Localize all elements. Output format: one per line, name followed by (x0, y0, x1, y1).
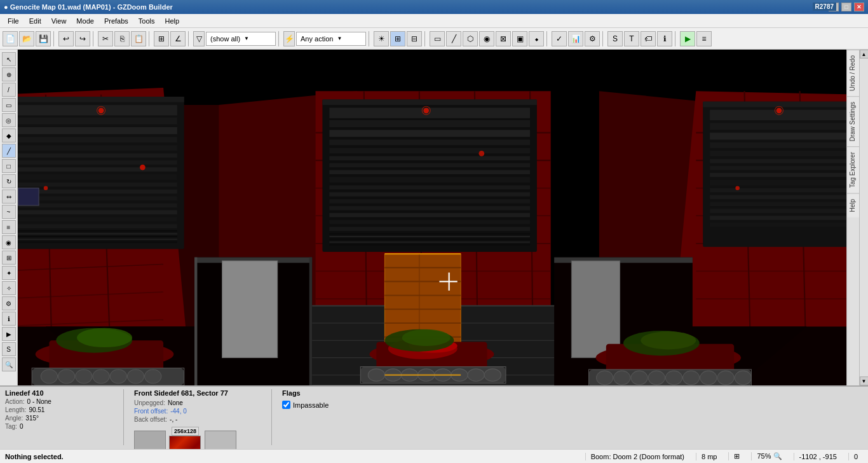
line-button[interactable]: ╱ (446, 31, 461, 46)
tool-find[interactable]: 🔍 (2, 357, 16, 371)
menu-tools[interactable]: Tools (133, 16, 160, 26)
menu-file[interactable]: File (3, 16, 24, 26)
action-arrow: ▼ (337, 36, 342, 41)
svg-point-184 (717, 371, 734, 385)
tag-value: 0 (20, 423, 24, 430)
check-button[interactable]: ✓ (552, 31, 567, 46)
tab-draw-settings[interactable]: Draw Settings (847, 96, 859, 146)
tool-curve[interactable]: ~ (2, 205, 16, 219)
tab-help[interactable]: Help (847, 193, 859, 218)
tool-pointer[interactable]: ↖ (2, 52, 16, 66)
tool-draw-rect[interactable]: ▭ (2, 98, 16, 112)
new-button[interactable]: 📄 (3, 31, 18, 46)
light-button[interactable]: ☀ (374, 31, 389, 46)
tool-script[interactable]: S (2, 342, 16, 356)
linedef-action-row: Action: 0 - None (5, 398, 113, 405)
unpeg-label: Unpegged: (134, 399, 165, 406)
svg-rect-127 (222, 261, 278, 357)
tool-gear[interactable]: ⚙ (2, 296, 16, 310)
tool-sector[interactable]: □ (2, 159, 16, 173)
action-dropdown[interactable]: Any action ▼ (296, 32, 366, 46)
tool-play[interactable]: ▶ (2, 327, 16, 341)
tool-vertex[interactable]: ◆ (2, 128, 16, 142)
prop-button[interactable]: ⚙ (585, 31, 600, 46)
sectors-button[interactable]: ▣ (512, 31, 527, 46)
tool-place-thing[interactable]: ◎ (2, 113, 16, 127)
snap-angle-button[interactable]: ∠ (170, 31, 186, 46)
svg-rect-74 (329, 140, 530, 146)
filter-dropdown[interactable]: (show all) ▼ (206, 32, 276, 46)
grid-view-button[interactable]: ⊞ (390, 31, 405, 46)
tab-tag-explorer[interactable]: Tag Explorer (847, 146, 859, 193)
corner-label: R2787 (813, 3, 836, 11)
undo-button[interactable]: ↩ (58, 31, 74, 46)
zoom-level: 75% 🔍 (751, 452, 787, 460)
tool-draw-line[interactable]: / (2, 83, 16, 97)
rect-button[interactable]: ▭ (430, 31, 445, 46)
svg-rect-57 (18, 224, 177, 228)
svg-rect-42 (18, 105, 177, 115)
scroll-down[interactable]: ▼ (860, 377, 869, 385)
svg-rect-45 (18, 137, 177, 142)
tag-button[interactable]: 🏷 (641, 31, 656, 46)
svg-point-112 (776, 107, 782, 113)
cut-button[interactable]: ✂ (98, 31, 113, 46)
open-button[interactable]: 📂 (19, 31, 34, 46)
things-button[interactable]: ◉ (479, 31, 494, 46)
menu-edit[interactable]: Edit (24, 16, 46, 26)
tool-light2[interactable]: ✧ (2, 281, 16, 295)
grid-zoom-button[interactable]: ⊟ (407, 31, 422, 46)
copy-button[interactable]: ⎘ (114, 31, 130, 46)
tool-camera[interactable]: ⊞ (2, 251, 16, 265)
statusbar: Nothing selected. Boom: Doom 2 (Doom for… (0, 449, 868, 463)
svg-rect-70 (322, 99, 536, 105)
titlebar: ● Genocite Map 01.wad (MAP01) - GZDoom B… (0, 0, 868, 14)
front-offset-label: Front offset: (134, 408, 168, 415)
editor-area: ↖ ⊕ / ▭ ◎ ◆ ╱ □ ↻ ⇔ ~ ≡ ◉ ⊞ ✦ ✧ ⚙ ℹ ▶ S … (0, 50, 868, 385)
scene-svg (18, 50, 846, 385)
save-button[interactable]: 💾 (36, 31, 51, 46)
tool-bridge[interactable]: ≡ (2, 220, 16, 234)
svg-rect-109 (710, 209, 846, 213)
tool-eye[interactable]: ◉ (2, 235, 16, 249)
svg-rect-82 (329, 199, 530, 204)
paste-button[interactable]: 📋 (131, 31, 146, 46)
svg-rect-75 (329, 148, 530, 154)
stats-button[interactable]: 📊 (568, 31, 583, 46)
svg-rect-44 (18, 127, 177, 134)
tool-info[interactable]: ℹ (2, 312, 16, 326)
options-button[interactable]: ≡ (696, 31, 712, 46)
svg-rect-80 (329, 185, 530, 190)
redo-button[interactable]: ↪ (75, 31, 90, 46)
svg-rect-49 (18, 167, 177, 172)
maximize-button[interactable]: □ (841, 3, 851, 11)
menu-help[interactable]: Help (160, 16, 185, 26)
svg-point-167 (468, 369, 484, 382)
script-button[interactable]: S (607, 31, 623, 46)
snap-grid-button[interactable]: ⊞ (154, 31, 169, 46)
poly-button[interactable]: ⬡ (463, 31, 478, 46)
lines-button[interactable]: ⊠ (496, 31, 511, 46)
scroll-up[interactable]: ▲ (860, 50, 869, 59)
sep9 (602, 31, 605, 46)
tool-light[interactable]: ✦ (2, 266, 16, 280)
play-button[interactable]: ▶ (680, 31, 695, 46)
svg-rect-52 (18, 190, 177, 194)
menu-view[interactable]: View (46, 16, 72, 26)
front-offset-row: Front offset: -44, 0 (134, 408, 261, 415)
3d-viewport[interactable] (18, 50, 846, 385)
menu-mode[interactable]: Mode (71, 16, 99, 26)
info-button[interactable]: ℹ (657, 31, 672, 46)
tex-button[interactable]: T (624, 31, 639, 46)
tab-undo-redo[interactable]: Undo / Redo (847, 50, 859, 96)
close-button[interactable]: ✕ (854, 3, 864, 11)
tool-scale[interactable]: ⇔ (2, 190, 16, 204)
tool-line[interactable]: ╱ (2, 144, 16, 158)
tool-rotate[interactable]: ↻ (2, 174, 16, 188)
action-value: Any action (301, 35, 333, 43)
tool-magnify[interactable]: ⊕ (2, 67, 16, 81)
menu-prefabs[interactable]: Prefabs (99, 16, 133, 26)
impassable-label: Impassable (293, 401, 329, 409)
verts-button[interactable]: ⬥ (529, 31, 544, 46)
impassable-checkbox[interactable] (282, 401, 290, 409)
